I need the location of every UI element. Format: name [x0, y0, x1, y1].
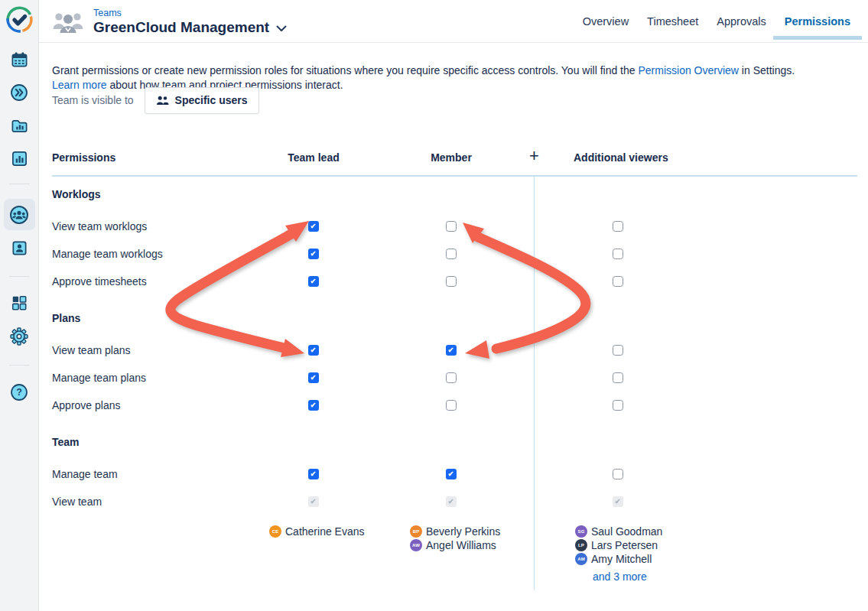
checkbox-member-manage-team-plans[interactable] [446, 372, 457, 383]
checkbox-viewers-approve-timesheets[interactable] [613, 276, 623, 287]
permission-overview-link[interactable]: Permission Overview [638, 64, 738, 76]
checkbox-team-lead-manage-team[interactable] [308, 469, 319, 479]
annotation-arrow-right [463, 223, 586, 359]
teams-icon[interactable] [9, 205, 29, 225]
visibility-label: Team is visible to [52, 94, 134, 106]
and-more-link[interactable]: and 3 more [593, 570, 647, 583]
sidebar-divider [9, 276, 30, 277]
header-tabs: OverviewTimesheetApprovalsPermissions [583, 0, 850, 43]
permission-row-label-view-team-plans: View team plans [52, 344, 130, 356]
avatar-lars-petersen: LP [575, 539, 587, 551]
checkbox-team-lead-view-team [308, 496, 319, 507]
avatar-saul-goodman: SG [575, 525, 587, 538]
help-icon[interactable]: ? [9, 382, 29, 402]
checkbox-viewers-view-team-plans[interactable] [613, 345, 623, 356]
permission-row-label-approve-plans: Approve plans [52, 399, 121, 411]
additional-viewers-column-header: Additional viewers [574, 151, 668, 164]
permission-row-label-manage-team: Manage team [52, 468, 118, 480]
specific-users-label: Specific users [175, 94, 248, 106]
section-title-team: Team [52, 436, 80, 448]
section-title-worklogs: Worklogs [52, 188, 101, 200]
chevron-down-icon[interactable] [276, 25, 287, 32]
svg-text:?: ? [16, 387, 22, 398]
checkbox-viewers-manage-team[interactable] [613, 469, 623, 479]
calendar-icon[interactable] [9, 50, 29, 70]
tempo-logo[interactable] [5, 5, 34, 34]
avatar-angel-williams: AW [410, 539, 422, 551]
user-name-beverly-perkins: Beverly Perkins [426, 525, 500, 538]
checkbox-member-view-team-plans[interactable] [446, 345, 457, 356]
user-name-saul-goodman: Saul Goodman [591, 525, 662, 538]
permission-row-label-approve-timesheets: Approve timesheets [52, 275, 147, 288]
checkbox-member-approve-timesheets[interactable] [446, 276, 457, 287]
user-name-catherine-evans: Catherine Evans [285, 525, 365, 538]
checkbox-team-lead-view-team-worklogs[interactable] [308, 221, 319, 232]
apps-grid-icon[interactable] [9, 293, 29, 313]
checkbox-team-lead-approve-plans[interactable] [308, 400, 319, 411]
tab-approvals[interactable]: Approvals [717, 15, 766, 28]
permission-row-label-manage-team-worklogs: Manage team worklogs [52, 248, 163, 260]
checkbox-member-view-team-worklogs[interactable] [446, 221, 457, 232]
app-sidebar: ? [0, 0, 39, 611]
column-divider [534, 177, 535, 590]
checkbox-viewers-manage-team-plans[interactable] [613, 372, 623, 383]
checkbox-viewers-approve-plans[interactable] [613, 400, 623, 411]
checkbox-team-lead-view-team-plans[interactable] [308, 345, 319, 356]
checkbox-viewers-manage-team-worklogs[interactable] [613, 249, 623, 259]
avatar-beverly-perkins: BP [410, 525, 422, 538]
checkbox-member-manage-team-worklogs[interactable] [446, 249, 457, 259]
user-icon[interactable] [9, 238, 29, 258]
annotation-arrow-left [171, 221, 309, 357]
user-name-amy-mitchell: Amy Mitchell [591, 553, 652, 565]
team-lead-column-header: Team lead [260, 151, 367, 164]
checkbox-viewers-view-team-worklogs[interactable] [613, 221, 623, 232]
intro-text: Grant permissions or create new permissi… [52, 64, 638, 76]
reports-folder-icon[interactable] [9, 115, 29, 135]
permission-row-label-manage-team-plans: Manage team plans [52, 372, 146, 384]
checkbox-viewers-view-team [613, 496, 623, 507]
sidebar-divider [9, 365, 30, 366]
permissions-column-header: Permissions [52, 151, 115, 164]
table-header-rule [52, 175, 857, 177]
checkbox-team-lead-approve-timesheets[interactable] [308, 276, 319, 287]
checkbox-member-view-team [446, 496, 457, 507]
page-header: Teams GreenCloud Management OverviewTime… [39, 0, 868, 43]
section-title-plans: Plans [52, 312, 80, 324]
avatar-amy-mitchell: AM [575, 553, 587, 565]
sidebar-divider [9, 184, 30, 184]
permission-row-label-view-team-worklogs: View team worklogs [52, 220, 147, 232]
checkbox-member-manage-team[interactable] [446, 469, 457, 479]
specific-users-button[interactable]: Specific users [145, 87, 259, 114]
tab-timesheet[interactable]: Timesheet [647, 15, 698, 28]
tab-overview[interactable]: Overview [583, 15, 629, 28]
checkbox-member-approve-plans[interactable] [446, 400, 457, 411]
double-chevron-icon[interactable] [9, 83, 29, 102]
breadcrumb-teams-link[interactable]: Teams [93, 8, 287, 18]
permission-row-label-view-team: View team [52, 496, 102, 508]
team-visibility-row: Team is visible to Specific users [52, 86, 259, 114]
team-permissions-page: ? Teams GreenCloud Management [0, 0, 868, 611]
settings-gear-icon[interactable] [9, 327, 29, 346]
people-icon [156, 96, 169, 106]
user-name-lars-petersen: Lars Petersen [591, 539, 658, 551]
chart-icon[interactable] [9, 148, 29, 168]
team-switcher[interactable]: Teams GreenCloud Management [52, 8, 287, 37]
add-role-column-button[interactable]: + [525, 146, 544, 166]
member-column-header: Member [398, 151, 505, 164]
team-group-avatar [52, 9, 84, 37]
page-title: GreenCloud Management [93, 18, 269, 37]
checkbox-team-lead-manage-team-plans[interactable] [308, 372, 319, 383]
checkbox-team-lead-manage-team-worklogs[interactable] [308, 249, 319, 259]
intro-text: in Settings. [739, 64, 795, 76]
avatar-catherine-evans: CE [269, 525, 281, 538]
user-name-angel-williams: Angel Williams [426, 539, 496, 551]
tab-permissions[interactable]: Permissions [785, 15, 850, 28]
